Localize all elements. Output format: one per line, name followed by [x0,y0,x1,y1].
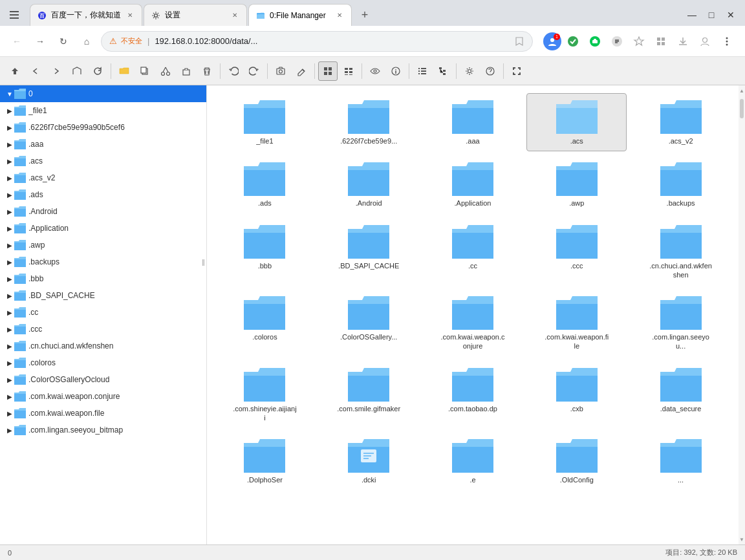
scroll-thumb[interactable] [740,99,744,118]
sidebar-root-item[interactable]: ▼ 0 [0,85,206,102]
sidebar-item-bd-sapi-cache[interactable]: ▶ .BD_SAPI_CACHE [0,287,206,304]
close-button[interactable]: ✕ [722,6,740,24]
grid-item-smile-gifmaker[interactable]: .com.smile.gifmaker [319,361,419,429]
back-button[interactable]: ← [8,32,26,50]
fm-copy-btn[interactable] [135,61,155,81]
tab-file-manager[interactable]: 0:File Mananger ✕ [248,4,352,26]
fm-view-grid-btn[interactable] [318,61,338,81]
bookmark-icon[interactable] [514,36,524,47]
grid-item-cc[interactable]: .cc [423,218,523,286]
grid-item-file1[interactable]: _file1 [215,93,315,151]
grid-item-acs[interactable]: .acs [526,93,627,151]
grid-item-bd-sapi-cache[interactable]: .BD_SAPI_CACHE [319,218,419,286]
sidebar-item-acs-v2[interactable]: ▶ .acs_v2 [0,169,206,186]
forward-button[interactable]: → [31,32,49,50]
sidebar-item-kwai-conjure[interactable]: ▶ .com.kwai.weapon.conjure [0,388,206,405]
grid-item-more[interactable]: ... [631,432,731,490]
sidebar-item-backups[interactable]: ▶ .backups ‖ [0,253,206,270]
sidebar-item-file1[interactable]: ▶ _file1 [0,102,206,119]
reload-button[interactable]: ↻ [54,32,72,50]
sidebar-item-ccc[interactable]: ▶ .ccc [0,321,206,338]
minimize-button[interactable]: — [683,6,701,24]
sidebar-item-awp[interactable]: ▶ .awp [0,237,206,253]
sidebar-item-acs[interactable]: ▶ .acs [0,153,206,169]
collections-icon[interactable] [651,31,671,52]
sidebar-item-bbb[interactable]: ▶ .bbb [0,270,206,287]
extension3-icon[interactable] [607,31,627,52]
fm-cut-btn[interactable] [156,61,175,81]
grid-item-chuci[interactable]: .cn.chuci.and.wkfenshen [631,218,731,286]
fm-screenshot-btn[interactable] [271,61,290,81]
grid-item-awp[interactable]: .awp [526,155,627,213]
grid-item-data-secure[interactable]: .data_secure [631,361,731,429]
fm-delete-btn[interactable] [197,61,217,81]
grid-item-backups[interactable]: .backups [631,155,731,213]
sidebar-item-lingan[interactable]: ▶ .com.lingan.seeyou_bitmap [0,422,206,438]
grid-item-ads[interactable]: .ads [215,155,315,213]
fm-folder-btn[interactable] [114,61,134,81]
more-button[interactable] [717,31,737,52]
grid-item-coloros-gallery[interactable]: .ColorOSGallery... [319,289,419,357]
tab-settings-close[interactable]: ✕ [230,10,240,21]
fm-view-details-btn[interactable] [339,61,358,81]
grid-item-ccc[interactable]: .ccc [526,218,627,286]
fm-parent-btn[interactable] [67,61,87,81]
sidebar-item-6226[interactable]: ▶ .6226f7cbe59e99a90b5cef6 [0,119,206,136]
fm-back-btn[interactable] [26,61,45,81]
fm-list-btn[interactable] [413,61,432,81]
sidebar-item-application[interactable]: ▶ .Application [0,220,206,237]
favorites-icon[interactable] [629,31,649,52]
fm-fullscreen-btn[interactable] [507,61,526,81]
grid-item-coloros[interactable]: .coloros [215,289,315,357]
sidebar-item-android[interactable]: ▶ .Android [0,203,206,220]
tab-baidu-close[interactable]: ✕ [125,10,135,21]
extension1-icon[interactable] [563,31,583,52]
fm-help-btn[interactable] [480,61,500,81]
grid-item-dolpho[interactable]: .DolphoSer [215,432,315,490]
sidebar-item-kwai-file[interactable]: ▶ .com.kwai.weapon.file [0,405,206,422]
tab-settings[interactable]: 设置 ✕ [144,4,247,26]
sidebar-item-cc[interactable]: ▶ .cc [0,304,206,321]
scroll-up-button[interactable]: ▲ [740,85,744,96]
grid-item-oldconfig[interactable]: .OldConfig [526,432,627,490]
tab-baidu[interactable]: 百 百度一下，你就知道 ✕ [30,4,142,26]
grid-item-lingan[interactable]: .com.lingan.seeyou... [631,289,731,357]
account-icon[interactable] [695,31,715,52]
grid-item-aaa[interactable]: .aaa [423,93,523,151]
grid-item-acs-v2[interactable]: .acs_v2 [631,93,731,151]
grid-item-e[interactable]: .e [423,432,523,490]
fm-undo-btn[interactable] [224,61,243,81]
extension2-icon[interactable] [585,31,605,52]
sidebar-item-coloros-gallery[interactable]: ▶ .ColorOSGalleryOcloud [0,371,206,388]
profile-icon[interactable]: 1 [543,32,561,50]
grid-item-cxb[interactable]: .cxb [526,361,627,429]
sidebar-toggle[interactable] [5,6,23,24]
fm-info-btn[interactable] [386,61,405,81]
grid-item-shineyie[interactable]: .com.shineyie.aijianji [215,361,315,429]
download-icon[interactable] [673,31,693,52]
home-button[interactable]: ⌂ [78,32,96,50]
fm-settings-btn[interactable] [460,61,479,81]
fm-rename-btn[interactable] [292,61,311,81]
fm-tree-btn[interactable] [433,61,453,81]
new-tab-button[interactable]: + [356,6,374,24]
sidebar-item-aaa[interactable]: ▶ .aaa [0,136,206,153]
tab-file-manager-close[interactable]: ✕ [334,10,345,21]
scroll-down-button[interactable]: ▼ [740,534,744,544]
sidebar-item-ads[interactable]: ▶ .ads [0,186,206,203]
sidebar-item-chuci[interactable]: ▶ .cn.chuci.and.wkfenshen [0,338,206,354]
fm-up-btn[interactable] [5,61,25,81]
grid-item-taobao[interactable]: .com.taobao.dp [423,361,523,429]
grid-item-dcki[interactable]: .dcki [319,432,419,490]
maximize-button[interactable]: □ [702,6,720,24]
grid-item-6226[interactable]: .6226f7cbe59e9... [319,93,419,151]
fm-forward-btn[interactable] [47,61,66,81]
fm-paste-btn[interactable] [177,61,196,81]
grid-item-kwai-file[interactable]: .com.kwai.weapon.file [526,289,627,357]
fm-redo-btn[interactable] [244,61,264,81]
grid-item-bbb[interactable]: .bbb [215,218,315,286]
vertical-scrollbar[interactable]: ▲ ▼ [739,85,745,544]
grid-item-application[interactable]: .Application [423,155,523,213]
grid-item-kwai-conjure[interactable]: .com.kwai.weapon.conjure [423,289,523,357]
address-input[interactable]: ⚠ 不安全 | 192.168.0.102:8000/data/... [101,31,533,52]
